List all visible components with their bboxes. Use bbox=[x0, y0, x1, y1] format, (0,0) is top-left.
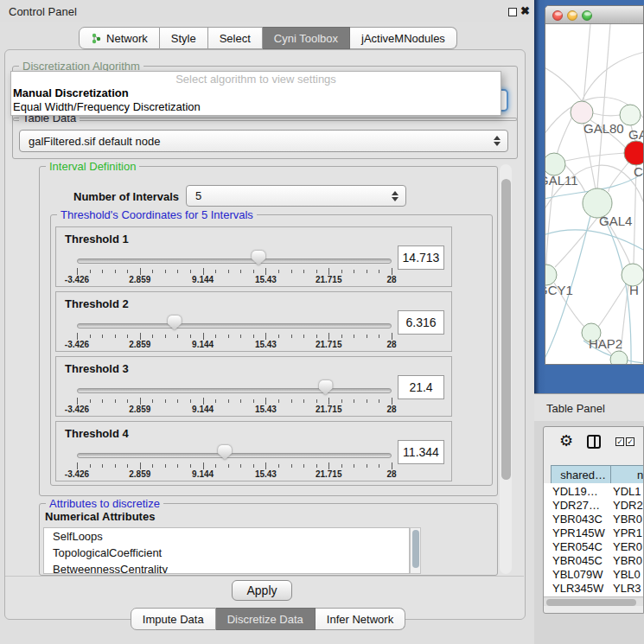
threshold-2-slider[interactable] bbox=[77, 323, 392, 328]
tab-network[interactable]: Network bbox=[79, 27, 160, 49]
dropdown-hint: Select algorithm to view settings bbox=[11, 72, 501, 86]
network-window-titlebar[interactable] bbox=[545, 6, 644, 24]
divider bbox=[5, 576, 524, 577]
threshold-1-value-field[interactable]: 14.713 bbox=[398, 245, 444, 270]
threshold-2-panel: Threshold 2 -3.426 2.859 9.144 15.43 21.… bbox=[55, 291, 452, 352]
table-panel-titlebar: Table Panel bbox=[534, 393, 644, 421]
float-icon[interactable] bbox=[508, 8, 517, 16]
threshold-3-label: Threshold 3 bbox=[65, 362, 129, 375]
control-panel-titlebar: Control Panel ✖ bbox=[0, 0, 536, 22]
numerical-attributes-label: Numerical Attributes bbox=[45, 510, 155, 523]
list-item[interactable]: SelfLoops bbox=[44, 528, 409, 545]
tab-infer-network[interactable]: Infer Network bbox=[316, 608, 405, 630]
table-row[interactable]: YER054CYER0 bbox=[544, 540, 644, 554]
threshold-2-value-field[interactable]: 6.316 bbox=[398, 310, 444, 335]
node-label: C bbox=[634, 164, 643, 179]
table-row[interactable]: YLR345WYLR3 bbox=[544, 582, 644, 596]
panel-scrollbar[interactable] bbox=[500, 164, 512, 574]
network-graph: GAL80 GA C GAL11 GAL4 GCY1 H HAP2 bbox=[545, 24, 644, 365]
numerical-attributes-list[interactable]: SelfLoops TopologicalCoefficient Between… bbox=[43, 527, 410, 574]
table-header-row: shared… na bbox=[544, 465, 644, 484]
table-row[interactable]: YBR045CYBR0 bbox=[544, 554, 644, 568]
list-item[interactable]: BetweennessCentrality bbox=[44, 561, 409, 574]
top-tab-bar: Network Style Select Cyni Toolbox jActiv… bbox=[0, 27, 536, 49]
node-label: GAL80 bbox=[583, 121, 624, 136]
threshold-4-label: Threshold 4 bbox=[65, 427, 129, 440]
table-horizontal-scrollbar[interactable] bbox=[544, 596, 644, 606]
tab-cyni-toolbox[interactable]: Cyni Toolbox bbox=[263, 27, 350, 49]
table-data-value: galFiltered.sif default node bbox=[29, 135, 160, 148]
threshold-1-label: Threshold 1 bbox=[65, 233, 129, 245]
threshold-4-value-field[interactable]: 11.344 bbox=[398, 440, 444, 464]
threshold-1-ruler bbox=[77, 268, 392, 275]
attributes-list-scrollbar[interactable] bbox=[410, 527, 421, 574]
threshold-2-label: Threshold 2 bbox=[65, 297, 129, 310]
tab-label: Network bbox=[106, 32, 148, 45]
split-view-icon[interactable] bbox=[587, 435, 601, 449]
attributes-group-title: Attributes to discretize bbox=[46, 497, 163, 510]
column-header-shared[interactable]: shared… bbox=[551, 465, 611, 484]
node-label: GAL4 bbox=[599, 214, 632, 228]
table-data-combobox[interactable]: galFiltered.sif default node bbox=[19, 130, 508, 152]
node-label: GAL11 bbox=[545, 173, 578, 188]
network-window: GAL80 GA C GAL11 GAL4 GCY1 H HAP2 bbox=[545, 5, 644, 365]
table-row[interactable]: YDR27…YDR2 bbox=[544, 499, 644, 513]
threshold-3-ruler bbox=[77, 398, 392, 405]
node-label: H bbox=[629, 283, 639, 297]
threshold-3-value-field[interactable]: 21.4 bbox=[398, 375, 444, 399]
close-icon[interactable]: ✖ bbox=[520, 4, 530, 17]
node-partial-bottom[interactable] bbox=[610, 351, 628, 365]
node-red-selected[interactable] bbox=[624, 141, 644, 165]
number-of-intervals-label: Number of Intervals bbox=[73, 190, 179, 203]
interval-definition-title: Interval Definition bbox=[46, 160, 139, 173]
tab-discretize-data[interactable]: Discretize Data bbox=[216, 608, 316, 630]
combo-arrows-icon bbox=[494, 136, 501, 146]
table-row[interactable]: YDL19…YDL1 bbox=[544, 485, 644, 499]
algorithm-dropdown-popup: Select algorithm to view settings Manual… bbox=[10, 71, 501, 116]
threshold-3-slider[interactable] bbox=[77, 388, 392, 393]
threshold-3-panel: Threshold 3 -3.426 2.859 9.144 15.43 21.… bbox=[55, 356, 452, 417]
node-label: GA bbox=[628, 127, 644, 142]
gear-icon[interactable]: ⚙ bbox=[559, 431, 573, 450]
window-title: Control Panel bbox=[9, 5, 77, 18]
checkbox-icon-1[interactable]: ✓ bbox=[615, 437, 624, 446]
threshold-4-panel: Threshold 4 -3.426 2.859 9.144 15.43 21.… bbox=[55, 421, 452, 481]
number-of-intervals-combobox[interactable]: 5 bbox=[186, 185, 406, 207]
network-canvas[interactable]: GAL80 GA C GAL11 GAL4 GCY1 H HAP2 bbox=[545, 24, 644, 365]
table-row[interactable]: YPR145WYPR1 bbox=[544, 526, 644, 540]
threshold-2-ruler bbox=[77, 333, 392, 340]
mac-zoom-icon[interactable] bbox=[582, 10, 592, 21]
tab-style[interactable]: Style bbox=[160, 27, 208, 49]
tab-impute-data[interactable]: Impute Data bbox=[131, 608, 216, 630]
table-row[interactable]: YBR043CYBR0 bbox=[544, 513, 644, 526]
mac-minimize-icon[interactable] bbox=[567, 10, 577, 21]
node-label: HAP2 bbox=[589, 336, 622, 351]
threshold-1-slider[interactable] bbox=[77, 258, 392, 264]
network-icon bbox=[91, 33, 102, 44]
spinner-arrows-icon bbox=[392, 191, 399, 201]
threshold-4-slider[interactable] bbox=[77, 453, 392, 458]
threshold-4-ruler bbox=[77, 462, 392, 469]
bottom-tab-bar: Impute Data Discretize Data Infer Networ… bbox=[0, 608, 536, 630]
table-row[interactable]: YBL079WYBL0 bbox=[544, 568, 644, 582]
table-rows: YDL19…YDL1 YDR27…YDR2 YBR043CYBR0 YPR145… bbox=[544, 483, 644, 596]
apply-button[interactable]: Apply bbox=[232, 580, 292, 601]
dropdown-item-manual[interactable]: Manual Discretization bbox=[11, 86, 501, 100]
checkbox-icon-2[interactable]: ✓ bbox=[626, 437, 634, 446]
tab-jactivemnodules[interactable]: jActiveMNodules bbox=[350, 27, 457, 49]
list-item[interactable]: TopologicalCoefficient bbox=[44, 545, 409, 561]
column-header-name[interactable]: na bbox=[610, 465, 644, 484]
table-panel-title: Table Panel bbox=[546, 402, 605, 415]
table-window: ⚙ ✓ ✓ shared… na YDL19…YDL1 YDR27…YDR2 Y… bbox=[543, 426, 644, 614]
threshold-1-panel: Threshold 1 -3.426 2.859 9.144 15.43 21.… bbox=[55, 226, 452, 287]
tab-select[interactable]: Select bbox=[208, 27, 263, 49]
dropdown-item-equal-width[interactable]: Equal Width/Frequency Discretization bbox=[11, 100, 501, 114]
mac-close-icon[interactable] bbox=[552, 10, 563, 21]
number-of-intervals-value: 5 bbox=[195, 189, 201, 202]
thresholds-group-title: Threshold's Coordinates for 5 Intervals bbox=[57, 208, 257, 221]
node-label: GCY1 bbox=[545, 283, 573, 297]
